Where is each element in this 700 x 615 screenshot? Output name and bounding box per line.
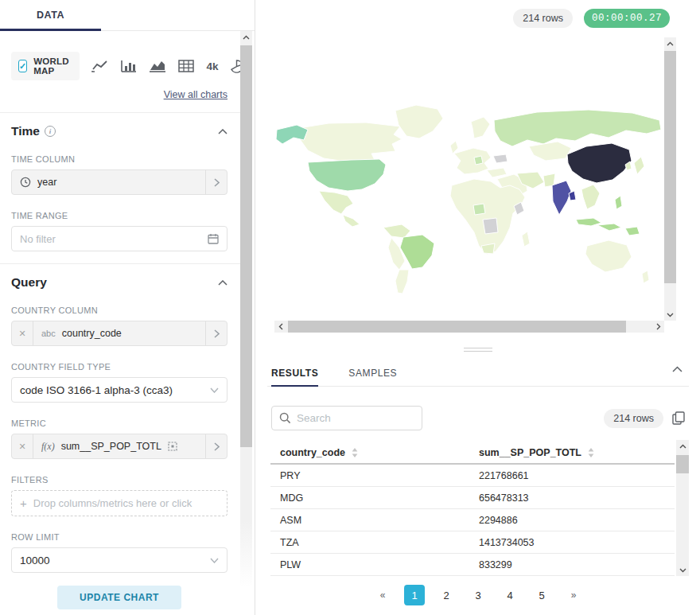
remove-icon[interactable]: ✕	[12, 434, 33, 458]
scroll-up-arrow[interactable]	[677, 440, 689, 452]
map-country-germany[interactable]	[474, 156, 483, 165]
map-country-madagascar[interactable]	[522, 232, 530, 247]
time-column-label: TIME COLUMN	[11, 154, 228, 164]
map-region-southeast-asia[interactable]	[581, 185, 600, 209]
line-chart-icon[interactable]	[91, 60, 109, 72]
map-country-indonesia-east[interactable]	[597, 224, 621, 231]
metric-control[interactable]: ✕ f(x) sum__SP_POP_TOTL	[11, 434, 228, 459]
pagination-page-2[interactable]: 2	[436, 585, 457, 605]
view-all-charts-link[interactable]: View all charts	[11, 89, 228, 100]
results-tabs: RESULTS SAMPLES	[267, 360, 689, 387]
map-country-uk[interactable]	[450, 141, 458, 154]
scrollbar-thumb[interactable]	[288, 321, 626, 333]
pagination-next[interactable]: »	[563, 585, 584, 605]
chart-rowcount-badge: 214 rows	[513, 9, 573, 28]
map-country-nigeria[interactable]	[473, 204, 485, 215]
map-country-philippines[interactable]	[615, 196, 622, 209]
chevron-right-icon[interactable]	[205, 170, 227, 194]
scroll-up-arrow[interactable]	[240, 31, 252, 43]
tab-data[interactable]: DATA	[0, 0, 101, 30]
map-region-africa[interactable]	[450, 179, 525, 255]
map-country-kazakhstan[interactable]	[529, 142, 571, 161]
search-input[interactable]	[297, 412, 414, 424]
checkbox-checked-icon[interactable]: ✓	[18, 60, 27, 72]
cell-metric: 1413734053	[469, 537, 675, 548]
tab-samples[interactable]: SAMPLES	[348, 360, 397, 386]
sort-icon[interactable]	[588, 448, 594, 457]
map-country-brazil[interactable]	[400, 235, 434, 269]
scroll-up-arrow[interactable]	[664, 37, 676, 49]
table-row: TZA 1413734053	[270, 531, 675, 554]
chevron-up-icon[interactable]	[218, 129, 228, 134]
scroll-left-arrow[interactable]	[274, 321, 286, 333]
time-range-placeholder: No filter	[20, 233, 56, 245]
column-header-metric[interactable]: sum__SP_POP_TOTL	[469, 447, 675, 458]
cell-country-code: ASM	[270, 515, 469, 526]
row-limit-select[interactable]: 10000	[11, 547, 228, 573]
time-column-control[interactable]: year	[11, 169, 228, 195]
scrollbar-thumb[interactable]	[664, 51, 676, 283]
pagination-page-3[interactable]: 3	[468, 585, 488, 605]
chevron-right-icon[interactable]	[205, 434, 227, 458]
pagination-page-5[interactable]: 5	[531, 585, 552, 605]
area-chart-icon[interactable]	[149, 60, 166, 72]
copy-icon[interactable]	[672, 411, 685, 425]
collapse-results-icon[interactable]	[672, 366, 682, 372]
country-field-type-select[interactable]: code ISO 3166-1 alpha-3 (cca3)	[11, 377, 228, 403]
time-range-control[interactable]: No filter	[11, 226, 228, 251]
pagination-page-1[interactable]: 1	[404, 585, 425, 605]
info-icon[interactable]: i	[45, 126, 56, 137]
map-region-central-america[interactable]	[343, 215, 360, 227]
panel-resize-handle[interactable]	[464, 345, 492, 352]
viz-type-selected-world-map[interactable]: ✓ WORLD MAP	[11, 52, 80, 80]
remove-icon[interactable]: ✕	[12, 321, 33, 345]
map-country-png[interactable]	[625, 227, 640, 235]
query-section-header: Query	[11, 275, 228, 290]
viz-type-4k[interactable]: 4k	[206, 60, 218, 72]
tab-results[interactable]: RESULTS	[271, 360, 318, 386]
pagination-prev[interactable]: «	[372, 585, 393, 605]
map-country-usa[interactable]	[308, 159, 386, 191]
map-country-russia[interactable]	[494, 110, 661, 146]
map-country-ukraine[interactable]	[493, 154, 508, 163]
map-country-argentina[interactable]	[395, 270, 409, 294]
map-country-canada[interactable]	[294, 123, 402, 162]
column-header-country-code[interactable]: country_code	[270, 447, 469, 458]
table-row: PRY 221768661	[270, 465, 675, 487]
map-country-drc[interactable]	[483, 218, 498, 234]
map-country-india[interactable]	[552, 181, 571, 215]
metric-label: METRIC	[11, 418, 228, 428]
column-header-label: sum__SP_POP_TOTL	[479, 447, 581, 458]
map-country-china[interactable]	[567, 143, 632, 183]
scroll-down-arrow[interactable]	[677, 564, 689, 576]
scroll-down-arrow[interactable]	[664, 309, 676, 321]
time-range-label: TIME RANGE	[11, 211, 228, 220]
map-country-greenland[interactable]	[395, 105, 443, 138]
map-country-colombia[interactable]	[383, 224, 410, 238]
sort-icon[interactable]	[352, 448, 358, 457]
map-country-japan[interactable]	[634, 157, 644, 174]
scrollbar-thumb[interactable]	[676, 455, 689, 473]
scroll-right-arrow[interactable]	[652, 321, 664, 333]
pagination-page-4[interactable]: 4	[500, 585, 520, 605]
pie-chart-icon[interactable]	[230, 60, 240, 73]
map-country-new-zealand[interactable]	[642, 271, 649, 283]
map-region-scandinavia[interactable]	[471, 117, 490, 138]
country-column-control[interactable]: ✕ abc country_code	[11, 321, 228, 346]
map-country-turkey[interactable]	[487, 168, 507, 177]
update-chart-button[interactable]: UPDATE CHART	[57, 586, 181, 609]
chevron-right-icon[interactable]	[205, 321, 227, 345]
bar-chart-icon[interactable]	[121, 60, 137, 72]
map-country-mexico[interactable]	[319, 191, 353, 214]
table-icon[interactable]	[178, 60, 194, 72]
map-horizontal-scrollbar	[274, 321, 664, 333]
filters-dropzone[interactable]: + Drop columns/metrics here or click	[11, 490, 228, 516]
results-panel: RESULTS SAMPLES 214 rows	[256, 360, 700, 605]
scrollbar-thumb[interactable]	[240, 45, 252, 447]
chevron-up-icon[interactable]	[218, 280, 228, 286]
map-region-europe[interactable]	[454, 148, 491, 174]
cell-metric: 2294886	[469, 515, 675, 526]
map-country-australia[interactable]	[585, 240, 632, 272]
function-icon: f(x)	[41, 441, 55, 453]
results-search[interactable]	[271, 406, 422, 430]
